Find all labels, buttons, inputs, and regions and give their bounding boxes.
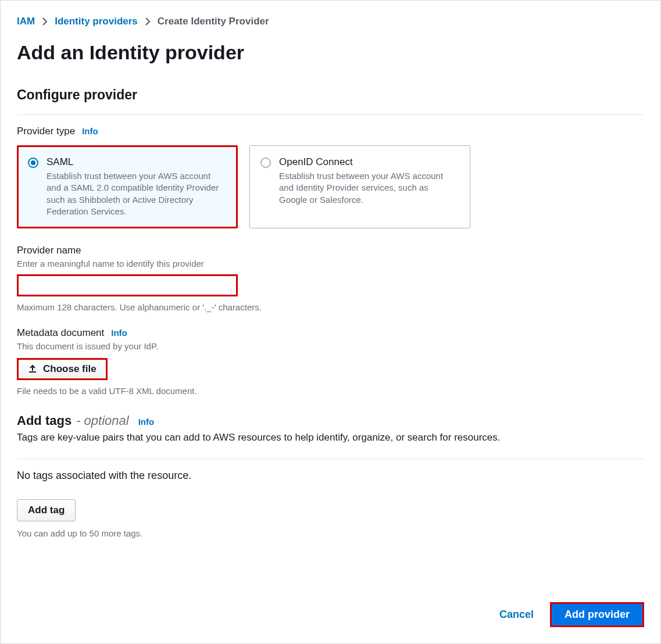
card-body: SAML Establish trust between your AWS ac… — [47, 156, 226, 217]
upload-icon — [28, 364, 37, 374]
metadata-field: Metadata document Info This document is … — [17, 327, 644, 396]
card-title-saml: SAML — [47, 156, 226, 168]
provider-type-label: Provider type — [17, 126, 75, 137]
tags-title: Add tags — [17, 413, 72, 428]
add-provider-button[interactable]: Add provider — [550, 602, 644, 627]
tags-optional: - optional — [76, 413, 129, 428]
breadcrumb: IAM Identity providers Create Identity P… — [17, 16, 644, 27]
breadcrumb-identity-providers[interactable]: Identity providers — [55, 16, 138, 27]
choose-file-button[interactable]: Choose file — [17, 358, 108, 380]
configure-heading: Configure provider — [17, 87, 644, 103]
provider-name-label: Provider name — [17, 245, 81, 256]
chevron-right-icon — [145, 17, 151, 26]
divider — [17, 115, 644, 115]
provider-type-card-saml[interactable]: SAML Establish trust between your AWS ac… — [17, 145, 238, 228]
card-title-oidc: OpenID Connect — [279, 156, 458, 168]
card-body: OpenID Connect Establish trust between y… — [279, 156, 458, 206]
metadata-sub: This document is issued by your IdP. — [17, 341, 644, 351]
svg-rect-0 — [29, 371, 36, 373]
add-tag-button[interactable]: Add tag — [17, 499, 76, 521]
tags-hint: You can add up to 50 more tags. — [17, 528, 644, 538]
card-desc-oidc: Establish trust between your AWS account… — [279, 170, 458, 206]
divider — [17, 459, 644, 459]
provider-type-label-row: Provider type Info — [17, 126, 644, 137]
footer-actions: Cancel Add provider — [499, 602, 644, 627]
metadata-label: Metadata document — [17, 327, 104, 339]
provider-name-sub: Enter a meaningful name to identify this… — [17, 259, 644, 269]
metadata-hint: File needs to be a valid UTF-8 XML docum… — [17, 386, 644, 396]
choose-file-label: Choose file — [43, 363, 97, 375]
breadcrumb-iam[interactable]: IAM — [17, 16, 35, 27]
cancel-button[interactable]: Cancel — [499, 609, 534, 621]
provider-type-card-oidc[interactable]: OpenID Connect Establish trust between y… — [249, 145, 470, 228]
page-title: Add an Identity provider — [17, 41, 644, 64]
breadcrumb-current: Create Identity Provider — [158, 16, 269, 27]
provider-type-options: SAML Establish trust between your AWS ac… — [17, 145, 644, 228]
tags-heading: Add tags - optional Info — [17, 413, 644, 428]
radio-saml[interactable] — [28, 158, 38, 168]
provider-name-hint: Maximum 128 characters. Use alphanumeric… — [17, 302, 644, 312]
metadata-info-link[interactable]: Info — [111, 328, 127, 338]
card-desc-saml: Establish trust between your AWS account… — [47, 170, 226, 217]
chevron-right-icon — [42, 17, 48, 26]
radio-oidc[interactable] — [260, 158, 271, 168]
tags-empty: No tags associated with the resource. — [17, 470, 644, 482]
provider-name-input[interactable] — [17, 274, 238, 296]
tags-info-link[interactable]: Info — [138, 417, 155, 427]
page-container: IAM Identity providers Create Identity P… — [0, 0, 661, 644]
provider-type-info-link[interactable]: Info — [82, 126, 98, 136]
provider-name-field: Provider name Enter a meaningful name to… — [17, 245, 644, 312]
tags-desc: Tags are key-value pairs that you can ad… — [17, 432, 644, 443]
